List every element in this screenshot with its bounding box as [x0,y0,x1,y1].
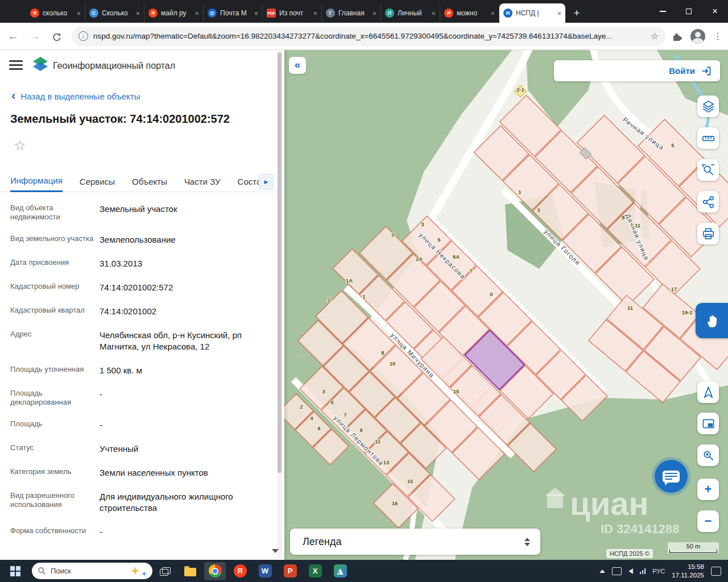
window-close-button[interactable]: × [702,0,728,23]
yandex-browser-button[interactable]: Я [229,562,251,580]
tab-parts[interactable]: Части ЗУ [184,177,221,192]
svg-text:6: 6 [317,425,320,431]
tab-close-icon[interactable]: × [254,9,258,18]
tab-close-icon[interactable]: × [372,9,377,18]
address-bar[interactable]: i nspd.gov.ru/map?thematic=Default&zoom=… [72,27,665,46]
field-label: Форма собственности [10,526,100,538]
browser-tab[interactable]: Ямайл ру× [144,3,204,23]
powerpoint-button[interactable]: P [279,562,301,580]
url-text[interactable]: nspd.gov.ru/map?thematic=Default&zoom=16… [93,32,646,40]
bookmark-star-icon[interactable]: ☆ [651,31,659,41]
field-label: Вид земельного участка [10,234,100,246]
legend-label: Легенда [303,536,341,548]
chat-bubble-icon [663,471,680,483]
tab-information[interactable]: Информация [10,176,63,192]
new-tab-button[interactable]: + [569,5,585,21]
locate-button[interactable] [697,381,719,403]
back-button[interactable]: ← [5,28,22,45]
chat-button[interactable] [652,457,690,496]
pan-tool-button[interactable] [696,303,728,338]
task-view-button[interactable] [154,562,176,580]
window-maximize-button[interactable] [676,0,702,23]
svg-text:15: 15 [407,478,413,484]
field-value: 74:14:0201002 [100,306,267,317]
photos-button[interactable]: ◮ [329,562,351,580]
tab-close-icon[interactable]: × [490,9,495,18]
browser-tab[interactable]: @Почта М× [204,3,263,23]
reload-button[interactable] [48,28,65,45]
forward-button[interactable]: → [26,28,43,45]
tab-close-icon[interactable]: × [76,9,81,18]
scroll-down-icon[interactable] [272,549,279,553]
tab-close-icon[interactable]: × [431,9,436,18]
svg-text:7: 7 [397,339,400,346]
word-button[interactable]: W [254,562,276,580]
tray-expand-icon[interactable] [599,569,605,573]
collapse-panel-button[interactable]: « [289,57,306,74]
print-button[interactable] [697,223,719,244]
browser-tab[interactable]: ССколько× [85,3,144,23]
field-value: Земли населенных пунктов [100,467,267,479]
tab-close-icon[interactable]: × [135,9,140,18]
login-button[interactable]: Войти [669,66,695,76]
taskbar-search[interactable]: Поиск [32,563,152,579]
folder-icon [184,568,196,576]
start-button[interactable] [2,562,23,580]
scrollbar-thumb[interactable] [278,52,282,473]
share-button[interactable] [697,191,719,213]
field-row: Дата присвоения31.03.2013 [10,258,267,269]
profile-avatar[interactable] [690,29,705,44]
object-search-button[interactable] [697,159,719,181]
svg-text:11: 11 [635,222,641,228]
svg-text:9: 9 [359,427,362,433]
layers-button[interactable] [697,95,719,117]
ruler-button[interactable] [697,127,719,149]
zoom-out-button[interactable]: − [697,510,719,532]
legend-toggle-icon[interactable] [524,538,530,546]
notification-center-icon[interactable] [711,567,721,576]
tab-close-icon[interactable]: × [195,9,199,18]
menu-hamburger-icon[interactable] [9,60,23,72]
tabs-scroll-right-button[interactable]: ▶ [259,174,274,190]
tab-favicon: Я [148,9,158,18]
window-minimize-button[interactable] [650,0,676,23]
field-value: 1 500 кв. м [100,365,267,376]
clock[interactable]: 15:5817.11.2025 [672,563,704,579]
tab-objects[interactable]: Объекты [132,177,167,192]
browser-tab[interactable]: PDFИз почт× [263,3,322,23]
tab-close-icon[interactable]: × [557,9,561,18]
favorite-star-button[interactable]: ☆ [14,138,26,153]
browser-tab[interactable]: Ясколько× [26,3,85,23]
panel-scrollbar[interactable] [277,51,282,559]
network-tray-icon[interactable] [640,568,646,574]
search-icon [38,567,46,575]
file-explorer-button[interactable] [179,562,201,580]
legend-bar[interactable]: Легенда [290,529,540,555]
browser-tab-active[interactable]: ННСПД |× [499,3,565,23]
browser-tab[interactable]: ЛЛичный× [381,3,440,23]
map-canvas[interactable]: улица Некрасова улица Мичурина улица Лер… [284,50,728,560]
tab-favicon: Я [30,9,39,18]
zoom-in-button[interactable]: + [697,479,719,500]
field-value: Земельный участок [100,203,267,222]
svg-text:6А: 6А [453,253,460,260]
browser-tab[interactable]: ГГлавная× [322,3,381,23]
tab-composition[interactable]: Соста [238,177,262,192]
tab-services[interactable]: Сервисы [80,177,115,192]
site-info-icon[interactable]: i [78,31,88,41]
svg-text:16: 16 [392,500,398,506]
browser-tab[interactable]: Яможно× [440,3,499,23]
display-tray-icon[interactable] [612,567,622,575]
scale-label: 50 m [669,543,717,550]
language-indicator[interactable]: РУС [652,568,665,575]
volume-tray-icon[interactable] [628,568,633,574]
area-search-button[interactable] [697,444,719,466]
browser-menu-icon[interactable]: ⋮ [713,31,722,41]
field-value: 74:14:0201002:572 [100,282,267,293]
excel-button[interactable]: X [304,562,326,580]
chrome-button[interactable] [204,562,226,580]
tab-close-icon[interactable]: × [313,9,317,18]
back-to-selected-link[interactable]: ‹ Назад в выделенные объекты [11,92,140,101]
extensions-icon[interactable] [671,31,682,42]
overview-frame-button[interactable] [697,413,719,434]
